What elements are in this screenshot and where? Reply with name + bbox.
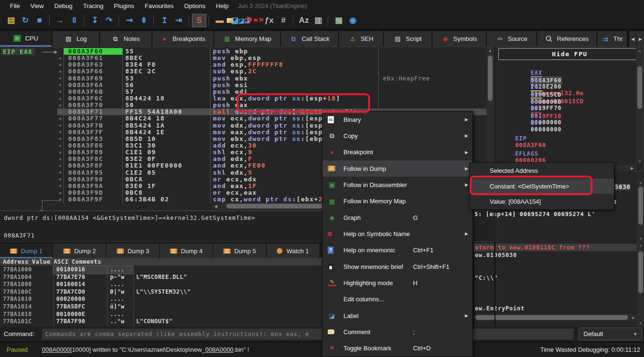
dump-address[interactable]: 77BA1008 xyxy=(0,281,53,288)
scroll-right-icon[interactable]: ▶ xyxy=(628,165,636,171)
disasm-instruction[interactable]: push ebp xyxy=(210,48,378,55)
disasm-address[interactable]: 008A3F7B xyxy=(63,122,122,129)
dump-address[interactable]: 77BA1000 xyxy=(0,266,53,274)
disasm-instruction[interactable]: push ebx xyxy=(210,75,378,82)
stack-row[interactable] xyxy=(473,259,644,267)
run-to-user-code-button[interactable]: ⇥ xyxy=(171,14,186,27)
dump-column-header[interactable]: Address xyxy=(0,258,29,266)
register-row[interactable]: EBX 7628E200 <kernel32.He xyxy=(500,70,633,77)
register-row[interactable]: ESI 00000000 xyxy=(500,106,633,113)
breakpoint-dot[interactable] xyxy=(57,156,63,162)
disasm-address[interactable]: 008A3F86 xyxy=(63,142,122,149)
scroll-right-icon[interactable]: ▶ xyxy=(630,314,637,321)
scroll-thumb[interactable] xyxy=(488,56,493,101)
args-vscrollbar[interactable]: ▲ ▼ xyxy=(637,179,644,242)
view-tab[interactable]: Notes xyxy=(100,31,151,47)
view-tab[interactable]: Call Stack xyxy=(281,31,338,47)
context-menu-item[interactable]: Follow in Disassembler ▶ xyxy=(322,177,473,193)
view-tab[interactable]: Breakpoints xyxy=(152,31,213,47)
dump-address[interactable]: 77BA101C xyxy=(0,318,53,326)
stack-row[interactable] xyxy=(473,282,644,289)
breakpoint-dot[interactable] xyxy=(57,149,63,156)
submenu-item[interactable]: Value: [008AA154] xyxy=(470,194,614,209)
dump-address[interactable]: 77BA100C xyxy=(0,288,53,296)
disasm-address[interactable]: 008A3F66 xyxy=(63,68,122,75)
tab-scroll-right-button[interactable]: ▶ xyxy=(637,31,644,47)
breakpoint-dot[interactable] xyxy=(57,61,63,68)
scroll-down-icon[interactable]: ▼ xyxy=(637,235,644,242)
context-menu-item[interactable]: Follow in Dump ▶ xyxy=(322,160,473,177)
dump-column-header[interactable]: Comments xyxy=(69,258,102,266)
stack-row[interactable] xyxy=(473,267,644,274)
breakpoint-dot[interactable] xyxy=(57,176,63,183)
stack-row[interactable]: ew.01005030 xyxy=(473,251,644,259)
scroll-left-icon[interactable]: ◀ xyxy=(212,203,220,209)
dump-tab[interactable]: Dump 2 xyxy=(53,244,106,258)
stack-row[interactable]: eturn to new.0100110C from ??? xyxy=(473,244,644,251)
address-link[interactable]: 008A0000 xyxy=(205,346,233,353)
dump-address[interactable]: 77BA1004 xyxy=(0,274,53,281)
breakpoint-dot[interactable] xyxy=(57,68,63,75)
disasm-address[interactable]: 008A3F98 xyxy=(63,176,122,183)
context-menu-item[interactable]: Highlighting mode H ▶ xyxy=(322,275,473,291)
dump-value[interactable]: 00160014 xyxy=(53,281,107,288)
dump-column-header[interactable]: Value xyxy=(29,258,51,266)
disasm-address[interactable]: 008A3F9D xyxy=(63,189,122,196)
disasm-address[interactable]: 008A3F77 xyxy=(63,115,122,122)
context-menu-item[interactable]: Show mnemonic brief Ctrl+Shift+F1 ▶ xyxy=(322,258,473,275)
trace-button[interactable]: S xyxy=(192,14,206,27)
scroll-thumb[interactable] xyxy=(637,66,642,109)
view-tab[interactable]: References xyxy=(537,31,596,47)
step-into-button[interactable]: ↧ xyxy=(88,14,102,27)
stack-row[interactable] xyxy=(473,297,644,305)
disasm-address[interactable]: 008A3F69 xyxy=(63,75,122,82)
disasm-address[interactable]: 008A3F89 xyxy=(63,149,122,156)
breakpoint-dot[interactable] xyxy=(57,183,63,189)
dump-column-header[interactable]: ASCI xyxy=(51,258,69,266)
function-button[interactable]: ƒx xyxy=(262,14,276,27)
disasm-address[interactable]: 008A3F8F xyxy=(63,162,122,169)
assemble-button[interactable]: ▥ xyxy=(311,14,325,27)
menu-item[interactable]: Favourites xyxy=(140,1,179,11)
breakpoint-dot[interactable] xyxy=(57,102,63,109)
restart-button[interactable]: ↻ xyxy=(18,14,32,27)
register-row[interactable]: ESP 0019FF10 xyxy=(500,99,633,106)
scroll-up-icon[interactable]: ▲ xyxy=(486,47,494,54)
stack-hscrollbar[interactable]: ▶ xyxy=(474,314,636,321)
register-row[interactable]: EDI 00000000 xyxy=(500,113,633,120)
command-input[interactable] xyxy=(42,328,574,340)
breakpoint-dot[interactable] xyxy=(57,142,63,149)
dump-value[interactable]: 77BA7F90 xyxy=(53,318,107,326)
disasm-address[interactable]: 008A3F83 xyxy=(63,136,122,142)
breakpoint-dot[interactable] xyxy=(57,115,63,122)
scroll-down-icon[interactable]: ▼ xyxy=(637,320,644,327)
view-tab[interactable]: SEH xyxy=(339,31,383,47)
context-menu-item[interactable]: Help on mnemonic Ctrl+F1 ▶ xyxy=(322,242,473,258)
disasm-row[interactable]: 008A3F63 83E4 F8 and esp,FFFFFFF8 xyxy=(57,61,487,68)
disasm-address[interactable]: 008A3F60 xyxy=(63,48,122,55)
disasm-instruction[interactable]: sub esp,2C xyxy=(210,68,378,75)
step-over-button[interactable]: ↷ xyxy=(102,14,116,27)
register-row[interactable]: EAX 008A3F60 xyxy=(500,63,633,70)
profile-dropdown[interactable]: Default ▼ xyxy=(579,327,642,340)
disasm-address[interactable]: 008A3F9A xyxy=(63,183,122,189)
hash-button[interactable]: # xyxy=(276,14,291,27)
disasm-address[interactable]: 008A3F95 xyxy=(63,169,122,176)
stack-row[interactable] xyxy=(473,289,644,297)
context-menu-item[interactable]: Label ▶ xyxy=(322,307,473,324)
scroll-thumb[interactable] xyxy=(226,204,329,208)
tab-scroll-left-button[interactable]: ◀ xyxy=(629,31,636,47)
breakpoint-dot[interactable] xyxy=(57,129,63,136)
breakpoint-dot[interactable] xyxy=(57,189,63,196)
context-menu-item[interactable]: Graph G ▶ xyxy=(322,209,473,226)
calculator-button[interactable]: ▦ xyxy=(332,14,346,27)
scroll-thumb[interactable] xyxy=(638,251,643,293)
dump-value[interactable]: 00180016 xyxy=(53,266,107,274)
menu-item[interactable]: Tracing xyxy=(78,1,109,11)
scroll-up-icon[interactable]: ▲ xyxy=(636,47,644,54)
context-menu-item[interactable]: Toggle Bookmark Ctrl+D ▶ xyxy=(322,340,473,357)
stack-vscrollbar[interactable]: ▲ ▼ xyxy=(637,242,644,327)
disasm-row[interactable]: 008A3F6A 56 push esi xyxy=(57,82,487,89)
dump-tab[interactable]: Dump 3 xyxy=(107,244,159,258)
dump-value[interactable]: 77BA5DFC xyxy=(53,303,107,311)
